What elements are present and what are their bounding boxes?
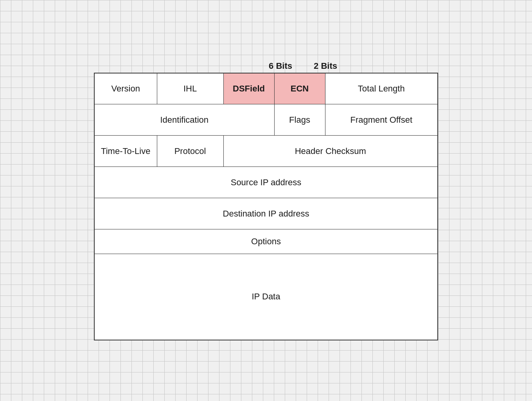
dsfield-bits-label: 6 Bits bbox=[255, 61, 306, 71]
row-ip-data: IP Data bbox=[94, 254, 438, 340]
cell-dsfield: DSField bbox=[223, 73, 274, 104]
row-dest-ip: Destination IP address bbox=[94, 198, 438, 229]
cell-identification: Identification bbox=[94, 104, 274, 136]
row-options: Options bbox=[94, 229, 438, 254]
cell-ttl: Time-To-Live bbox=[94, 136, 157, 167]
cell-header-checksum: Header Checksum bbox=[223, 136, 438, 167]
cell-fragment-offset: Fragment Offset bbox=[325, 104, 438, 136]
cell-total-length: Total Length bbox=[325, 73, 438, 104]
row-source-ip: Source IP address bbox=[94, 167, 438, 198]
bits-label-row: 6 Bits 2 Bits bbox=[94, 61, 438, 71]
cell-version: Version bbox=[94, 73, 157, 104]
row-identification-flags-fragmentoffset: Identification Flags Fragment Offset bbox=[94, 104, 438, 136]
row-version-ihl-dsfield-ecn-totallength: Version IHL DSField ECN Total Length bbox=[94, 73, 438, 104]
ip-header-table: Version IHL DSField ECN Total Length Ide… bbox=[94, 73, 438, 340]
cell-source-ip: Source IP address bbox=[94, 167, 438, 198]
bits-labels: 6 Bits 2 Bits bbox=[255, 61, 345, 71]
cell-ihl: IHL bbox=[157, 73, 223, 104]
cell-flags: Flags bbox=[274, 104, 325, 136]
cell-options: Options bbox=[94, 229, 438, 254]
cell-protocol: Protocol bbox=[157, 136, 223, 167]
ip-header-diagram: 6 Bits 2 Bits Version IHL DSField ECN To… bbox=[94, 61, 438, 340]
ecn-bits-label: 2 Bits bbox=[306, 61, 345, 71]
cell-ip-data: IP Data bbox=[94, 254, 438, 340]
cell-dest-ip: Destination IP address bbox=[94, 198, 438, 229]
cell-ecn: ECN bbox=[274, 73, 325, 104]
row-ttl-protocol-headerchecksum: Time-To-Live Protocol Header Checksum bbox=[94, 136, 438, 167]
